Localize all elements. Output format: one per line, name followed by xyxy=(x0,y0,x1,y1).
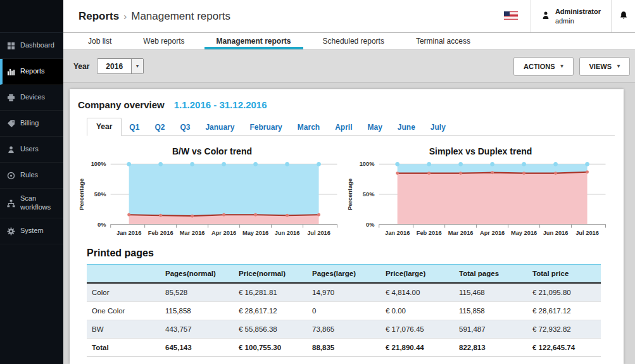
subtab-april[interactable]: April xyxy=(327,119,360,136)
svg-text:Feb 2016: Feb 2016 xyxy=(417,230,442,236)
svg-text:Mar 2016: Mar 2016 xyxy=(180,230,205,236)
main-area: Reports › Management reports Administrat… xyxy=(63,0,635,364)
subtab-july[interactable]: July xyxy=(423,119,453,136)
bw-color-chart-plot: 0%50%100%Jan 2016Feb 2016Mar 2016Apr 201… xyxy=(78,158,346,241)
chevron-down-icon: ▾ xyxy=(131,59,143,73)
chart-title: B/W vs Color trend xyxy=(78,146,346,156)
col-header-price-large: Price(large) xyxy=(380,265,454,284)
cell: € 72,932.82 xyxy=(527,320,601,339)
views-button-label: VIEWS xyxy=(589,63,612,70)
notifications-button[interactable] xyxy=(611,0,635,32)
sidebar: Dashboard Reports Devices Billing xyxy=(0,0,63,364)
cell: € 17,076.45 xyxy=(380,320,454,339)
tab-job-list[interactable]: Job list xyxy=(72,33,127,49)
user-menu[interactable]: Administrator admin xyxy=(531,0,611,32)
devices-icon xyxy=(6,93,15,102)
sidebar-item-label: Users xyxy=(20,145,39,154)
table-row-total: Total 645,143 € 100,755.30 88,835 € 21,8… xyxy=(87,339,601,357)
col-header-category xyxy=(87,265,160,284)
svg-text:Jun 2016: Jun 2016 xyxy=(275,230,300,236)
svg-text:50%: 50% xyxy=(363,191,375,198)
table-row-one-color: One Color 115,858 € 28,617.12 0 € 0.00 1… xyxy=(87,302,601,320)
cell: 115,468 xyxy=(454,283,527,302)
header-right: Administrator admin xyxy=(491,0,635,32)
user-name: Administrator xyxy=(555,7,601,16)
user-icon xyxy=(541,11,550,22)
svg-text:0%: 0% xyxy=(366,222,375,228)
date-range: 1.1.2016 - 31.12.2016 xyxy=(174,99,267,110)
svg-text:May 2016: May 2016 xyxy=(511,230,537,236)
svg-text:Jul 2016: Jul 2016 xyxy=(307,230,330,236)
chart-title: Simplex vs Duplex trend xyxy=(346,146,615,156)
sidebar-item-billing[interactable]: Billing xyxy=(0,111,63,137)
cell: 822,813 xyxy=(454,339,527,357)
cell: € 21,095.80 xyxy=(527,283,601,302)
subtab-q2[interactable]: Q2 xyxy=(147,119,172,136)
sidebar-item-dashboard[interactable]: Dashboard xyxy=(0,33,63,59)
col-header-price-normal: Price(normal) xyxy=(234,265,307,284)
sidebar-item-reports[interactable]: Reports xyxy=(0,59,63,85)
tab-management-reports[interactable]: Management reports xyxy=(201,33,307,49)
rules-icon xyxy=(6,171,15,180)
breadcrumb: Reports › Management reports xyxy=(63,0,491,32)
sidebar-item-label: Devices xyxy=(20,93,45,102)
sidebar-item-label: Billing xyxy=(20,119,39,128)
bw-color-chart: B/W vs Color trend 0%50%100%Jan 2016Feb … xyxy=(78,146,346,241)
subtab-january[interactable]: January xyxy=(198,119,242,136)
bell-icon xyxy=(619,11,628,22)
page-tabbar: Job list Web reports Management reports … xyxy=(63,33,635,50)
svg-text:100%: 100% xyxy=(360,161,375,167)
cell: € 122,645.74 xyxy=(527,339,601,357)
sidebar-item-devices[interactable]: Devices xyxy=(0,85,63,111)
subtab-june[interactable]: June xyxy=(390,119,423,136)
breadcrumb-separator-icon: › xyxy=(123,11,127,22)
sidebar-item-system[interactable]: System xyxy=(0,218,63,244)
overview-header: Company overview 1.1.2016 - 31.12.2016 xyxy=(78,97,615,110)
filter-toolbar: Year 2016 ▾ ACTIONS ▾ VIEWS ▾ xyxy=(63,50,635,83)
reports-icon xyxy=(6,67,15,76)
svg-text:0%: 0% xyxy=(97,222,106,228)
user-text: Administrator admin xyxy=(555,7,601,25)
year-select[interactable]: 2016 ▾ xyxy=(97,58,144,74)
row-label: Total xyxy=(87,339,160,357)
breadcrumb-parent[interactable]: Reports xyxy=(79,10,119,23)
subtab-may[interactable]: May xyxy=(360,119,389,136)
subtab-year[interactable]: Year xyxy=(87,118,122,136)
tab-scheduled-reports[interactable]: Scheduled reports xyxy=(307,33,400,49)
billing-icon xyxy=(6,119,15,128)
col-header-pages-large: Pages(large) xyxy=(307,265,380,284)
content-area: Company overview 1.1.2016 - 31.12.2016 Y… xyxy=(63,83,635,364)
subtab-march[interactable]: March xyxy=(290,119,327,136)
sidebar-item-label: Dashboard xyxy=(20,41,54,50)
table-header-row: Pages(normal) Price(normal) Pages(large)… xyxy=(87,265,601,284)
cell: 591,487 xyxy=(454,320,527,339)
chevron-down-icon: ▾ xyxy=(617,63,620,69)
views-button[interactable]: VIEWS ▾ xyxy=(579,57,630,76)
printed-pages-table: Pages(normal) Price(normal) Pages(large)… xyxy=(87,264,601,357)
sidebar-item-rules[interactable]: Rules xyxy=(0,163,63,189)
chevron-down-icon: ▾ xyxy=(561,63,563,69)
sidebar-item-scan-workflows[interactable]: Scan workflows xyxy=(0,189,63,218)
year-select-value: 2016 xyxy=(97,59,131,73)
system-icon xyxy=(6,227,15,235)
svg-text:Jan 2016: Jan 2016 xyxy=(385,230,410,236)
tab-web-reports[interactable]: Web reports xyxy=(127,33,200,49)
charts-row: B/W vs Color trend 0%50%100%Jan 2016Feb … xyxy=(78,146,615,241)
language-selector[interactable] xyxy=(491,0,531,32)
user-login: admin xyxy=(555,16,601,25)
actions-button[interactable]: ACTIONS ▾ xyxy=(513,57,574,76)
cell: 73,865 xyxy=(307,320,380,339)
sidebar-item-label: Reports xyxy=(20,67,45,76)
subtab-q3[interactable]: Q3 xyxy=(172,119,198,136)
sidebar-item-users[interactable]: Users xyxy=(0,137,63,163)
cell: 14,970 xyxy=(307,283,380,302)
logo-area xyxy=(0,0,63,33)
sidebar-nav: Dashboard Reports Devices Billing xyxy=(0,33,63,364)
report-card: Company overview 1.1.2016 - 31.12.2016 Y… xyxy=(70,89,624,364)
table-row-bw: BW 443,757 € 55,856.38 73,865 € 17,076.4… xyxy=(87,320,601,339)
subtab-q1[interactable]: Q1 xyxy=(122,119,147,136)
cell: 645,143 xyxy=(160,339,234,357)
subtab-february[interactable]: February xyxy=(242,119,289,136)
col-header-pages-normal: Pages(normal) xyxy=(160,265,234,284)
tab-terminal-access[interactable]: Terminal access xyxy=(400,33,486,49)
